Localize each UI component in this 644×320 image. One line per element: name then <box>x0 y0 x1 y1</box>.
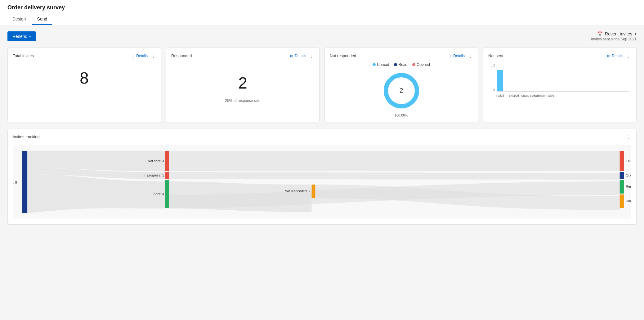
not-sent-details-button[interactable]: ⊞ Details <box>607 54 623 58</box>
not-sent-title: Not sent <box>488 53 503 58</box>
recent-invites-button[interactable]: 📅 Recent invites ▾ <box>597 31 637 36</box>
table-icon: ⊞ <box>132 54 135 58</box>
node-sent <box>165 180 169 208</box>
responded-more-button[interactable]: ⋮ <box>309 53 314 59</box>
label-unread-right: Unread: 2 <box>626 199 631 203</box>
total-invites-more-button[interactable]: ⋮ <box>151 53 156 59</box>
bar-failed <box>497 70 503 91</box>
label-not-sent: Not sent: 3 <box>148 159 164 163</box>
app-header: Order delivery survey Design Send <box>0 0 644 25</box>
donut-legend: Unread Read Opened <box>373 62 430 67</box>
total-invites-value: 8 <box>13 62 156 94</box>
unread-legend-dot <box>373 63 376 66</box>
label-total: Total: 8 <box>13 181 17 184</box>
responded-title: Responded <box>171 53 192 58</box>
bar-unsubscribed <box>522 91 528 91</box>
table-icon: ⊞ <box>607 54 610 58</box>
sankey-diagram: Total: 8 Not sent: 3 In progress: 1 Sent… <box>13 145 631 219</box>
responded-details-button[interactable]: ⊞ Details <box>290 54 306 58</box>
responded-card: Responded ⊞ Details ⋮ 2 25% of response … <box>166 48 320 122</box>
node-queued-right <box>620 172 624 179</box>
tab-bar: Design Send <box>7 14 637 25</box>
tab-design[interactable]: Design <box>7 14 31 25</box>
tracking-more-button[interactable]: ⋮ <box>626 134 631 140</box>
main-content: Resend ▾ 📅 Recent invites ▾ Invites sent… <box>0 25 644 231</box>
label-queued-right: Queued: 1 <box>626 173 631 177</box>
label-responded-right: Responded: 2 <box>626 185 631 188</box>
total-invites-title: Total invites <box>13 53 34 58</box>
total-invites-details-button[interactable]: ⊞ Details <box>132 54 148 58</box>
not-responded-more-button[interactable]: ⋮ <box>468 53 473 59</box>
not-responded-details-button[interactable]: ⊞ Details <box>449 54 465 58</box>
recent-invites-area: 📅 Recent invites ▾ Invites sent since Se… <box>591 31 637 41</box>
read-legend-label: Read <box>398 62 407 67</box>
toolbar: Resend ▾ 📅 Recent invites ▾ Invites sent… <box>7 31 637 41</box>
bar-label-skipped: Skipped <box>509 94 515 97</box>
not-responded-title: Not responded <box>330 53 356 58</box>
tab-send[interactable]: Send <box>32 14 52 25</box>
label-sent: Sent: 4 <box>153 192 164 196</box>
bar-label-unsubscribed: Unsub-scribed <box>521 94 527 97</box>
node-not-sent <box>165 151 169 171</box>
tracking-section: Invites tracking ⋮ <box>7 129 637 225</box>
node-in-progress <box>165 172 169 179</box>
node-failed-right <box>620 151 624 171</box>
responded-value: 2 <box>238 67 247 98</box>
chevron-down-icon: ▾ <box>635 32 637 36</box>
unread-legend-label: Unread <box>377 62 389 67</box>
resend-button[interactable]: Resend ▾ <box>7 31 36 41</box>
not-sent-more-button[interactable]: ⋮ <box>626 53 631 59</box>
responded-subtext: 25% of response rate <box>225 98 260 103</box>
node-unread-right <box>620 194 624 208</box>
table-icon: ⊞ <box>290 54 293 58</box>
bar-skipped <box>509 91 516 91</box>
bar-chart <box>497 64 629 92</box>
label-in-progress: In progress: 1 <box>144 173 164 177</box>
chevron-down-icon: ▾ <box>29 34 31 39</box>
table-icon: ⊞ <box>449 54 452 58</box>
node-not-responded-mid <box>312 185 315 198</box>
donut-percentage: 100.00% <box>395 113 408 117</box>
calendar-icon: 📅 <box>597 31 602 36</box>
y-axis-min: 0 <box>491 88 495 92</box>
opened-legend-dot <box>412 63 415 66</box>
bar-label-reminder-failed: Reminder Failed <box>534 94 540 97</box>
not-responded-card: Not responded ⊞ Details ⋮ Unread <box>324 48 478 122</box>
label-not-responded-mid: Not responded: 2 <box>285 189 311 193</box>
opened-legend-label: Opened <box>417 62 430 67</box>
donut-center-value: 2 <box>399 87 403 95</box>
page-title: Order delivery survey <box>7 4 637 11</box>
label-failed-right: Failed: 3 <box>626 159 631 163</box>
node-responded-right <box>620 180 624 194</box>
total-invites-card: Total invites ⊞ Details ⋮ 8 <box>7 48 161 122</box>
bar-label-failed: Failed <box>496 94 503 97</box>
tracking-title: Invites tracking <box>13 135 40 139</box>
not-sent-card: Not sent ⊞ Details ⋮ 3.2 0 <box>483 48 637 122</box>
node-total <box>22 151 27 213</box>
donut-chart: 2 <box>381 71 422 111</box>
cards-row: Total invites ⊞ Details ⋮ 8 Responded ⊞ <box>7 48 637 122</box>
y-axis-max: 3.2 <box>491 64 495 67</box>
bar-reminder-failed <box>534 91 540 91</box>
read-legend-dot <box>394 63 397 66</box>
